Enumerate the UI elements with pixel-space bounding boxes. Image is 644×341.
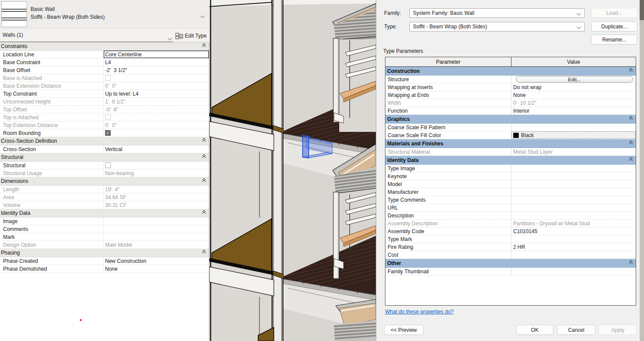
model-3d-view[interactable] <box>209 0 376 341</box>
family-combobox[interactable]: System Family: Basic Wall <box>409 8 585 18</box>
param-value-wrapping-at-ends[interactable]: None <box>511 91 636 99</box>
param-label: Base Extension Distance <box>0 82 104 90</box>
collapse-chevron-icon[interactable] <box>630 142 632 145</box>
edit-type-label: Edit Type <box>185 33 207 39</box>
section-label: Graphics <box>385 116 630 122</box>
param-value-coarse-scale-fill-color[interactable]: Black <box>511 131 636 139</box>
param-value-image[interactable] <box>104 217 209 225</box>
section-identity-data[interactable]: Identity Data <box>385 156 636 165</box>
param-value-description[interactable] <box>511 212 636 219</box>
param-value-room-bounding[interactable]: ✓ <box>104 129 209 137</box>
collapse-chevron-icon[interactable] <box>630 158 632 162</box>
collapse-chevron-icon[interactable] <box>203 211 205 215</box>
param-row-fire-rating: Fire Rating2 HR <box>385 243 636 251</box>
param-value-base-constraint[interactable]: L4 <box>104 59 209 66</box>
section-construction[interactable]: Construction <box>385 67 636 76</box>
section-materials-and-finishes[interactable]: Materials and Finishes <box>385 139 636 148</box>
param-label: Cross-Section <box>0 145 104 153</box>
cancel-button[interactable]: Cancel <box>557 325 595 335</box>
param-value-type-comments[interactable] <box>511 196 636 203</box>
collapse-chevron-icon[interactable] <box>630 69 632 73</box>
param-value-function[interactable]: Interior <box>511 107 636 114</box>
param-row-wrapping-at-inserts: Wrapping at InsertsDo not wrap <box>385 83 636 91</box>
checkbox[interactable]: ✓ <box>105 130 111 136</box>
collapse-chevron-icon[interactable] <box>203 45 205 48</box>
param-value-width: 0' 10 1/2" <box>511 99 636 107</box>
collapse-chevron-icon[interactable] <box>630 117 632 121</box>
rename-button[interactable]: Rename... <box>591 34 637 45</box>
section-identity-data[interactable]: Identity Data <box>0 209 209 217</box>
param-value-type-image[interactable] <box>511 165 636 172</box>
section-cross-section-definition[interactable]: Cross-Section Definition <box>0 137 209 145</box>
param-label: Base Offset <box>0 66 104 74</box>
param-label: Volume <box>0 201 104 209</box>
param-value-location-line[interactable]: Core Centerline <box>104 51 209 58</box>
param-value-cross-section[interactable]: Vertical <box>104 145 209 153</box>
checkbox <box>105 75 111 81</box>
param-value-fire-rating[interactable]: 2 HR <box>511 243 636 251</box>
type-selector[interactable]: Basic Wall Soffit - Beam Wrap (Both Side… <box>0 0 209 29</box>
preview-button[interactable]: << Preview <box>384 325 423 335</box>
color-swatch <box>513 133 519 138</box>
instance-properties-grid: ConstraintsLocation LineCore CenterlineB… <box>0 42 209 273</box>
wall-type-thumbnail-icon <box>1 1 27 27</box>
param-row-base-constraint: Base ConstraintL4 <box>0 59 209 66</box>
section-phasing[interactable]: Phasing <box>0 249 209 257</box>
param-value-design-option: Main Model <box>104 241 209 248</box>
param-value-type-mark[interactable] <box>511 235 636 243</box>
param-value-phase-created[interactable]: New Construction <box>104 257 209 265</box>
param-value-keynote[interactable] <box>511 172 636 180</box>
param-row-design-option: Design OptionMain Model <box>0 241 209 249</box>
param-value-mark[interactable] <box>104 233 209 241</box>
type-selector-dropdown-icon[interactable] <box>201 11 204 19</box>
properties-help-link[interactable]: What do these properties do? <box>385 309 453 315</box>
duplicate-button[interactable]: Duplicate... <box>591 21 637 31</box>
param-label: Structural <box>0 162 104 169</box>
type-combobox-value: Soffit - Beam Wrap (Both Sides) <box>413 24 487 30</box>
param-value-wrapping-at-inserts[interactable]: Do not wrap <box>511 83 636 91</box>
param-label: Area <box>0 193 104 201</box>
param-value-phase-demolished[interactable]: None <box>104 265 209 272</box>
selection-count-label[interactable]: Walls (1) <box>3 32 23 38</box>
selection-dropdown-icon[interactable] <box>168 34 171 41</box>
collapse-chevron-icon[interactable] <box>203 139 205 143</box>
edit-type-button[interactable]: Edit Type <box>175 31 208 41</box>
collapse-chevron-icon[interactable] <box>203 251 205 255</box>
param-value-cost[interactable] <box>511 251 636 258</box>
load-button[interactable]: Load... <box>591 8 637 18</box>
section-label: Materials and Finishes <box>385 141 630 147</box>
collapse-chevron-icon[interactable] <box>203 179 205 183</box>
param-value-base-offset[interactable]: -2' 3 1/2" <box>104 66 209 74</box>
type-combobox[interactable]: Soffit - Beam Wrap (Both Sides) <box>409 22 585 31</box>
param-value-url[interactable] <box>511 204 636 211</box>
param-value-top-constraint[interactable]: Up to level: L4 <box>104 90 209 97</box>
param-value-structure[interactable]: Edit... <box>511 76 636 83</box>
param-value-family-thumbnail[interactable] <box>511 268 636 275</box>
collapse-chevron-icon[interactable] <box>630 262 632 265</box>
param-row-image: Image <box>0 217 209 225</box>
section-label: Phasing <box>0 250 203 256</box>
section-constraints[interactable]: Constraints <box>0 42 209 51</box>
param-value-assembly-code[interactable]: C1010145 <box>511 227 636 235</box>
param-label: Width <box>385 99 511 107</box>
param-value-coarse-scale-fill-pattern[interactable] <box>511 124 636 131</box>
structure-edit-button[interactable]: Edit... <box>516 76 634 83</box>
param-label: Base Constraint <box>0 59 104 66</box>
type-combobox-chevron-icon <box>577 25 581 29</box>
section-other[interactable]: Other <box>385 259 636 268</box>
apply-button[interactable]: Apply <box>599 325 637 335</box>
section-structural[interactable]: Structural <box>0 153 209 162</box>
param-row-assembly-code: Assembly CodeC1010145 <box>385 227 636 235</box>
param-row-keynote: Keynote <box>385 172 636 180</box>
ok-button[interactable]: OK <box>516 325 553 335</box>
checkbox[interactable] <box>105 162 111 168</box>
section-dimensions[interactable]: Dimensions <box>0 177 209 186</box>
param-value-comments[interactable] <box>104 225 209 233</box>
param-value-manufacturer[interactable] <box>511 188 636 196</box>
param-value-model[interactable] <box>511 180 636 188</box>
collapse-chevron-icon[interactable] <box>203 155 205 159</box>
section-graphics[interactable]: Graphics <box>385 115 636 124</box>
family-label: Family: <box>384 10 401 16</box>
param-value-structural[interactable] <box>104 162 209 169</box>
param-label: Wrapping at Inserts <box>385 83 511 91</box>
